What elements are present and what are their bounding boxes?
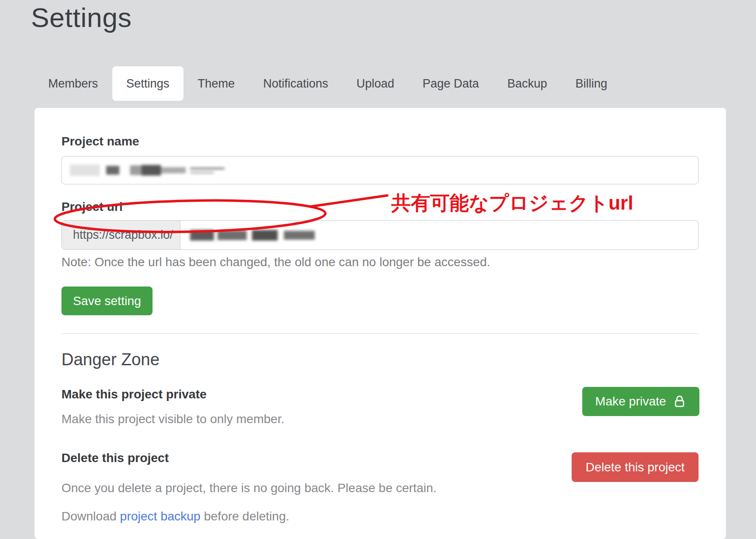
project-url-input[interactable]	[180, 221, 698, 249]
tab-backup[interactable]: Backup	[493, 66, 561, 101]
url-change-note: Note: Once the url has been changed, the…	[61, 255, 490, 269]
project-url-label: Project url	[61, 200, 122, 214]
redacted-project-url	[190, 230, 315, 241]
make-private-title: Make this project private	[61, 387, 206, 401]
url-annotation-text: 共有可能なプロジェクトurl	[391, 190, 633, 216]
lock-icon	[672, 394, 687, 409]
danger-zone-heading: Danger Zone	[61, 350, 160, 369]
save-setting-button[interactable]: Save setting	[61, 287, 153, 315]
delete-project-title: Delete this project	[61, 451, 169, 465]
make-private-button[interactable]: Make private	[582, 387, 699, 416]
settings-card: Project name Project url https://scrapbo…	[34, 108, 726, 539]
settings-page: Settings Members Settings Theme Notifica…	[0, 0, 756, 539]
project-name-input[interactable]	[61, 156, 699, 184]
tab-settings[interactable]: Settings	[112, 66, 184, 101]
tab-notifications[interactable]: Notifications	[249, 66, 342, 101]
project-url-group: https://scrapbox.io/	[61, 220, 699, 250]
delete-project-description: Once you delete a project, there is no g…	[61, 481, 436, 495]
section-divider	[61, 333, 699, 334]
backup-note: Download project backup before deleting.	[61, 509, 289, 524]
backup-note-after: before deleting.	[200, 509, 289, 523]
tab-upload[interactable]: Upload	[342, 66, 409, 101]
tab-theme[interactable]: Theme	[183, 66, 249, 101]
redacted-project-name	[70, 164, 225, 176]
delete-project-button[interactable]: Delete this project	[572, 452, 699, 482]
tab-page-data[interactable]: Page Data	[409, 66, 493, 101]
page-title: Settings	[31, 2, 132, 33]
project-backup-link[interactable]: project backup	[120, 509, 200, 523]
settings-tabbar: Members Settings Theme Notifications Upl…	[34, 66, 621, 101]
url-prefix-addon: https://scrapbox.io/	[62, 221, 180, 249]
make-private-description: Make this project visible to only member…	[61, 412, 284, 426]
tab-members[interactable]: Members	[34, 66, 112, 101]
backup-note-before: Download	[61, 509, 120, 523]
project-name-label: Project name	[61, 134, 139, 149]
make-private-button-label: Make private	[595, 394, 666, 409]
tab-billing[interactable]: Billing	[561, 66, 621, 101]
